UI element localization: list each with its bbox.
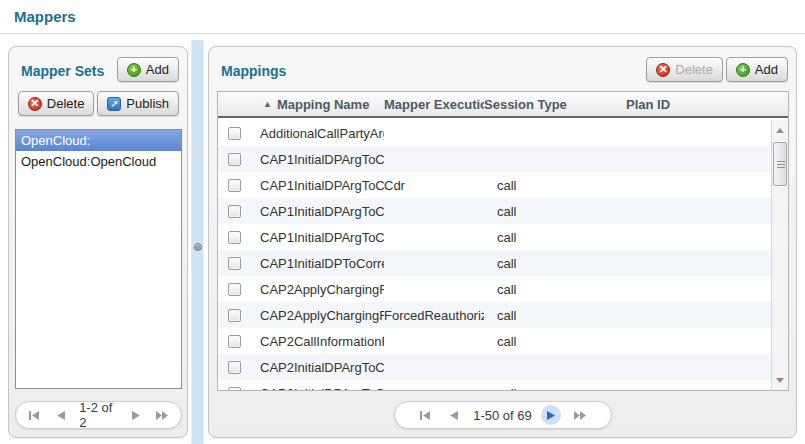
scroll-down-icon [776, 378, 784, 383]
table-header-row: ▲ Mapping Name Mapper Execution Po Sessi… [218, 92, 788, 118]
delete-mapping-button[interactable]: ✕ Delete [646, 57, 723, 82]
page-title: Mappers [14, 8, 76, 25]
next-page-button[interactable] [541, 405, 561, 425]
cell-mapping-name: AdditionalCallPartyArg [260, 126, 384, 141]
row-checkbox[interactable] [228, 179, 241, 192]
panel-splitter[interactable] [191, 40, 204, 444]
cell-mapping-name: CAP2ApplyChargingR [260, 308, 384, 323]
add-button-label: Add [146, 62, 169, 77]
cell-mapper-execution-point: Cdr [384, 178, 484, 193]
first-page-button[interactable] [26, 405, 44, 425]
scroll-down-button[interactable] [772, 372, 788, 388]
cell-mapping-name: CAP2ApplyChargingR [260, 282, 384, 297]
cell-mapping-name: CAP2InitialDPArgToC [260, 360, 384, 375]
last-page-button[interactable] [153, 405, 171, 425]
pager-range-label: 1-2 of 2 [79, 400, 118, 430]
first-page-button[interactable] [415, 405, 435, 425]
table-row[interactable]: CAP2InitialDPArgToC [218, 354, 771, 380]
row-checkbox[interactable] [228, 309, 241, 322]
add-button-label: Add [755, 62, 778, 77]
last-page-icon [574, 411, 586, 420]
last-page-button[interactable] [570, 405, 590, 425]
prev-page-button[interactable] [53, 405, 71, 425]
table-row[interactable]: CAP2ApplyChargingR call [218, 276, 771, 302]
mappings-table: ▲ Mapping Name Mapper Execution Po Sessi… [217, 91, 789, 391]
mappings-pager: 1-50 of 69 [394, 401, 612, 429]
add-icon: + [736, 63, 750, 77]
column-header-mapper-execution-point[interactable]: Mapper Execution Po [384, 97, 484, 112]
publish-icon: ➚ [107, 97, 121, 111]
row-checkbox[interactable] [228, 231, 241, 244]
cell-session-type: call [484, 178, 626, 193]
first-page-icon [29, 411, 40, 420]
table-row[interactable]: CAP1InitialDPArgToC call [218, 224, 771, 250]
cell-mapping-name: CAP1InitialDPArgToC [260, 152, 384, 167]
next-page-button[interactable] [127, 405, 145, 425]
mapper-set-item[interactable]: OpenCloud:OpenCloud [16, 151, 181, 172]
cell-mapping-name: CAP1InitialDPArgToC [260, 178, 384, 193]
cell-mapping-name: CAP2InitialDPArgToC [260, 386, 384, 391]
add-icon: + [127, 63, 141, 77]
column-header-plan-id[interactable]: Plan ID [626, 97, 788, 112]
cell-session-type: call [484, 334, 626, 349]
cell-mapping-name: CAP2CallInformationF [260, 334, 384, 349]
last-page-icon [156, 411, 168, 420]
mapper-sets-listbox: OpenCloud:OpenCloud:OpenCloud [15, 129, 182, 389]
column-header-session-type[interactable]: Session Type [484, 97, 626, 112]
cell-session-type: call [484, 204, 626, 219]
table-row[interactable]: CAP1InitialDPArgToC Cdr call [218, 172, 771, 198]
scroll-up-button[interactable] [772, 122, 788, 138]
first-page-icon [420, 411, 431, 420]
table-row[interactable]: CAP1InitialDPArgToC call [218, 198, 771, 224]
delete-button-label: Delete [47, 96, 85, 111]
table-row[interactable]: AdditionalCallPartyArg [218, 120, 771, 146]
row-checkbox[interactable] [228, 205, 241, 218]
publish-mapper-set-button[interactable]: ➚ Publish [97, 91, 179, 116]
cell-session-type: call [484, 386, 626, 391]
row-checkbox[interactable] [228, 153, 241, 166]
cell-mapping-name: CAP1InitialDPArgToC [260, 204, 384, 219]
table-body: AdditionalCallPartyArg CAP1InitialDPArgT… [218, 120, 771, 390]
add-mapper-set-button[interactable]: + Add [117, 57, 179, 82]
delete-button-label: Delete [675, 62, 713, 77]
delete-mapper-set-button[interactable]: ✕ Delete [18, 91, 95, 116]
delete-icon: ✕ [656, 63, 670, 77]
table-row[interactable]: CAP2InitialDPArgToC call [218, 380, 771, 390]
cell-session-type: call [484, 308, 626, 323]
next-page-icon [547, 411, 555, 420]
table-row[interactable]: CAP2ApplyChargingR ForcedReauthorization… [218, 302, 771, 328]
mapper-sets-title: Mapper Sets [21, 63, 104, 79]
vertical-scrollbar[interactable] [771, 120, 788, 390]
splitter-handle-icon[interactable] [194, 243, 202, 251]
row-checkbox[interactable] [228, 257, 241, 270]
sort-ascending-icon: ▲ [263, 99, 272, 109]
scroll-up-icon [776, 128, 784, 133]
cell-mapping-name: CAP1InitialDPToCorre [260, 256, 384, 271]
mapper-sets-panel: Mapper Sets + Add ✕ Delete ➚ Publish Ope… [8, 46, 188, 438]
pager-range-label: 1-50 of 69 [473, 408, 532, 423]
cell-mapping-name: CAP1InitialDPArgToC [260, 230, 384, 245]
row-checkbox[interactable] [228, 387, 241, 391]
table-row[interactable]: CAP1InitialDPArgToC [218, 146, 771, 172]
row-checkbox[interactable] [228, 127, 241, 140]
cell-mapper-execution-point: ForcedReauthorization [384, 308, 484, 323]
add-mapping-button[interactable]: + Add [726, 57, 788, 82]
delete-icon: ✕ [28, 97, 42, 111]
prev-page-button[interactable] [444, 405, 464, 425]
table-row[interactable]: CAP2CallInformationF call [218, 328, 771, 354]
mappings-panel: Mappings ✕ Delete + Add ▲ Mapping Name M… [208, 46, 797, 438]
prev-page-icon [450, 411, 458, 420]
column-header-mapping-name[interactable]: ▲ Mapping Name [260, 97, 384, 112]
cell-session-type: call [484, 256, 626, 271]
scrollbar-thumb[interactable] [773, 142, 787, 186]
mapper-set-item[interactable]: OpenCloud: [16, 130, 181, 151]
cell-session-type: call [484, 230, 626, 245]
next-page-icon [132, 411, 140, 420]
row-checkbox[interactable] [228, 335, 241, 348]
row-checkbox[interactable] [228, 361, 241, 374]
cell-session-type: call [484, 282, 626, 297]
table-row[interactable]: CAP1InitialDPToCorre call [218, 250, 771, 276]
prev-page-icon [57, 411, 65, 420]
row-checkbox[interactable] [228, 283, 241, 296]
mappings-title: Mappings [221, 63, 286, 79]
